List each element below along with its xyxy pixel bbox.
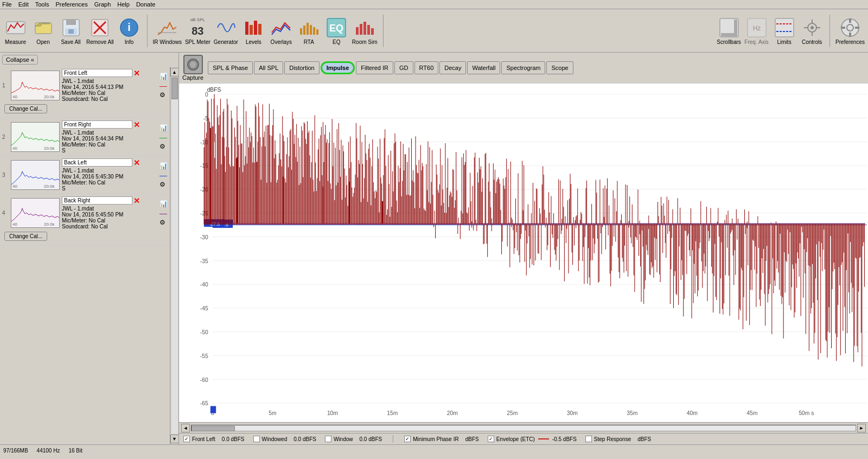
tab-filtered-ir[interactable]: Filtered IR [356, 61, 393, 74]
sidebar-scroll-thumb[interactable] [171, 78, 178, 99]
menu-file[interactable]: File [2, 1, 12, 8]
measurement-4-change-cal[interactable]: Change Cal... [4, 232, 47, 241]
collapse-button[interactable]: Collapse « [2, 55, 38, 65]
tab-rt60[interactable]: RT60 [414, 61, 439, 74]
measurement-1-close[interactable]: ✕ [133, 69, 140, 77]
measurement-1-thumbnail[interactable]: 40 20.0k [11, 71, 60, 100]
status-sample-rate: 44100 Hz [37, 448, 60, 454]
levels-button[interactable]: Levels [241, 16, 266, 45]
chart-scroll-right[interactable]: ► [857, 424, 866, 432]
measurement-3-icon-overlay[interactable]: 📊 [159, 162, 168, 170]
chart-scroll-track[interactable] [191, 425, 856, 431]
eq-button[interactable]: EQ EQ [324, 16, 349, 45]
measurement-1-name-input[interactable] [62, 69, 132, 77]
measurement-3-icon-edit[interactable]: — [159, 171, 168, 180]
overlays-button[interactable]: Overlays [269, 16, 293, 45]
measurement-1-icon-settings[interactable]: ⚙ [159, 91, 168, 99]
measurement-3-name-input[interactable] [62, 158, 132, 167]
menu-edit[interactable]: Edit [18, 1, 29, 8]
info-button[interactable]: i Info [117, 16, 142, 45]
rta-button[interactable]: RTA [297, 16, 321, 45]
measurement-1-change-cal[interactable]: Change Cal... [4, 104, 47, 113]
tab-distortion[interactable]: Distortion [284, 61, 319, 74]
svg-text:40: 40 [12, 184, 17, 189]
svg-rect-47 [841, 27, 845, 29]
measurement-2-icon-overlay[interactable]: 📊 [159, 124, 168, 132]
scrollbars-button[interactable]: Scrollbars [717, 16, 741, 45]
chart-scroll-left[interactable]: ◄ [181, 424, 190, 432]
legend-minimum-phase-check[interactable] [404, 436, 411, 442]
menu-graph[interactable]: Graph [94, 1, 111, 8]
chart-scroll-thumb[interactable] [192, 426, 235, 431]
scroll-down-arrow[interactable]: ▼ [170, 435, 179, 443]
room-sim-button[interactable]: Room Sim [352, 16, 378, 45]
sidebar-scroll-track[interactable] [171, 78, 178, 433]
menu-preferences[interactable]: Preferences [55, 1, 87, 8]
measurement-2-name-input[interactable] [62, 120, 132, 129]
measurement-3-close[interactable]: ✕ [133, 159, 140, 167]
legend-windowed-check[interactable] [253, 436, 260, 442]
capture-button[interactable]: Capture [182, 55, 203, 81]
measurement-2-icon-edit[interactable]: — [159, 133, 168, 142]
scroll-up-arrow[interactable]: ▲ [170, 68, 179, 76]
controls-button[interactable]: Controls [800, 16, 824, 45]
limits-button[interactable]: Limits [772, 16, 796, 45]
measurement-3-soundcard: S [62, 186, 156, 192]
svg-text:20.0k: 20.0k [44, 222, 55, 227]
measurement-3-icon-settings[interactable]: ⚙ [159, 181, 168, 188]
legend-envelope-check[interactable] [488, 436, 494, 442]
measurement-4-row: 4 40 20.0k ✕ [2, 196, 168, 229]
ir-windows-button[interactable]: IR Windows [153, 16, 182, 45]
open-button[interactable]: Open [31, 16, 55, 45]
measurement-4-icon-edit[interactable]: — [159, 209, 168, 218]
tab-impulse[interactable]: Impulse [321, 61, 355, 74]
measurement-4-icon-overlay[interactable]: 📊 [159, 200, 168, 208]
svg-rect-24 [356, 27, 359, 35]
tab-spectrogram[interactable]: Spectrogram [501, 61, 545, 74]
measurement-1-name-row: ✕ [62, 69, 156, 77]
room-sim-label: Room Sim [352, 39, 378, 45]
svg-text:20.0k: 20.0k [44, 146, 55, 151]
measure-button[interactable]: Measure [3, 16, 28, 45]
measurement-1-icon-overlay[interactable]: 📊 [159, 73, 168, 80]
freq-axis-label: Freq. Axis [744, 39, 768, 45]
spl-meter-button[interactable]: dB SPL 83 SPL Meter [185, 16, 210, 45]
measurement-4-icon-settings[interactable]: ⚙ [159, 219, 168, 226]
legend-envelope-color [538, 438, 549, 439]
tab-gd[interactable]: GD [394, 61, 413, 74]
freq-axis-button[interactable]: Hz Freq. Axis [744, 16, 769, 45]
legend-front-left-check[interactable] [183, 436, 190, 442]
legend-windowed: Windowed 0.0 dBFS [253, 436, 316, 442]
measurement-1-icon-edit[interactable]: — [159, 81, 168, 90]
legend-minimum-phase-label: Minimum Phase IR [413, 436, 458, 442]
tab-waterfall[interactable]: Waterfall [467, 61, 500, 74]
measurement-2-close[interactable]: ✕ [133, 121, 140, 129]
measurement-4-close[interactable]: ✕ [133, 197, 140, 205]
remove-all-label: Remove All [86, 39, 114, 45]
legend-window-check[interactable] [325, 436, 331, 442]
info-label: Info [125, 39, 134, 45]
measurement-4-name-input[interactable] [62, 196, 132, 205]
generator-button[interactable]: Generator [214, 16, 238, 45]
tab-scope[interactable]: Scope [546, 61, 573, 74]
measurement-2-mic: Mic/Meter: No Cal [62, 142, 156, 148]
capture-label: Capture [182, 74, 203, 81]
overlays-label: Overlays [271, 39, 292, 45]
sidebar-scrollbar[interactable]: ▲ ▼ [170, 67, 178, 444]
measurement-2-icon-settings[interactable]: ⚙ [159, 143, 168, 150]
preferences-button[interactable]: Preferences [835, 16, 865, 45]
tab-spl-phase[interactable]: SPL & Phase [208, 61, 253, 74]
measurement-3-thumbnail[interactable]: 40 20.0k [11, 160, 60, 190]
save-all-button[interactable]: Save All [59, 16, 83, 45]
measurement-2-number: 2 [2, 134, 9, 140]
menu-help[interactable]: Help [117, 1, 130, 8]
measurement-2-thumbnail[interactable]: 40 20.0k [11, 122, 60, 152]
tab-all-spl[interactable]: All SPL [254, 61, 283, 74]
tab-decay[interactable]: Decay [439, 61, 466, 74]
chart-area[interactable]: dBFS 0 -5 -10 -15 -20 -25 [179, 84, 868, 422]
legend-step-response-check[interactable] [585, 436, 592, 442]
menu-donate[interactable]: Donate [136, 1, 155, 8]
menu-tools[interactable]: Tools [35, 1, 49, 8]
remove-all-button[interactable]: Remove All [86, 16, 114, 45]
measurement-4-thumbnail[interactable]: 40 20.0k [11, 198, 60, 228]
